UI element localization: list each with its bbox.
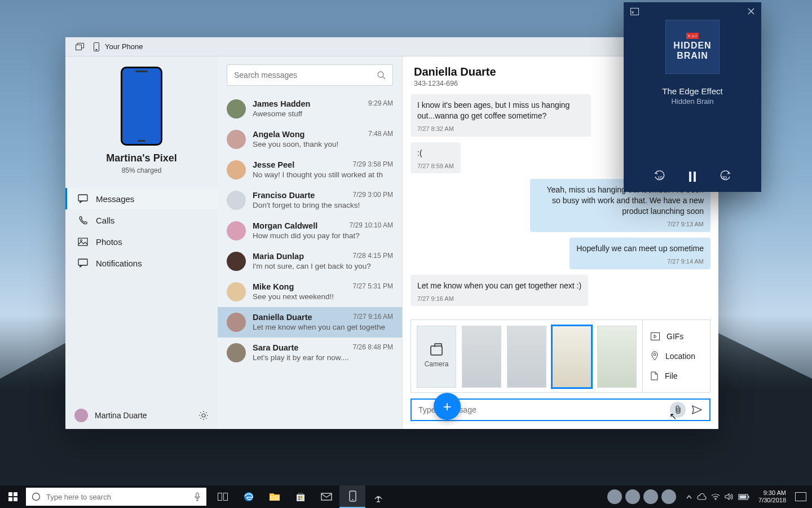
tray-chevron-icon[interactable] (686, 495, 692, 499)
conv-name: Jesse Peel (253, 160, 348, 169)
wifi-icon[interactable] (711, 493, 720, 500)
taskbar-search[interactable] (26, 488, 206, 506)
mic-icon[interactable] (194, 492, 201, 501)
conv-name: Daniella Duarte (253, 313, 348, 322)
user-avatar[interactable] (74, 409, 88, 422)
track-artist: Hidden Brain (671, 97, 713, 106)
close-icon[interactable] (748, 8, 754, 15)
taskbar-search-input[interactable] (46, 493, 188, 501)
media-controls: 10 30 (654, 170, 731, 183)
conv-name: Morgan Caldwell (253, 221, 345, 230)
attach-panel: Camera GIFs Location (411, 319, 710, 393)
album-art: n p r HIDDEN BRAIN (665, 20, 720, 74)
svg-point-6 (378, 72, 383, 77)
your-phone-taskbar-icon[interactable] (339, 485, 365, 508)
taskbar-pinned (210, 485, 391, 508)
conversation-item[interactable]: Maria Dunlap7/28 4:15 PMI'm not sure, ca… (218, 246, 402, 277)
conv-time: 7/29 10:10 AM (350, 221, 393, 230)
nav-photos[interactable]: Photos (65, 231, 218, 252)
settings-icon[interactable] (198, 410, 209, 421)
conversation-item[interactable]: Daniella Duarte7/27 9:16 AMLet me know w… (218, 307, 402, 338)
conversation-item[interactable]: Mike Kong7/27 5:31 PMSee you next weeken… (218, 277, 402, 307)
conv-preview: See you next weekend!! (253, 292, 393, 301)
conv-preview: See you soon, thank you! (253, 140, 393, 148)
conversation-list[interactable]: James Hadden9:29 AMAwesome stuffAngela W… (218, 94, 402, 429)
cascade-windows-icon[interactable] (71, 38, 88, 55)
conversation-item[interactable]: Angela Wong7:48 AMSee you soon, thank yo… (218, 124, 402, 155)
start-button[interactable] (0, 492, 26, 501)
conv-preview: Let me know when you can get togethe (253, 323, 393, 331)
conversation-item[interactable]: Jesse Peel7/29 3:58 PMNo way! I thought … (218, 155, 402, 185)
brand-badge: n p r (686, 33, 699, 39)
conv-name: James Hadden (253, 99, 364, 108)
avatar (227, 313, 246, 332)
conversation-item[interactable]: Morgan Caldwell7/29 10:10 AMHow much did… (218, 216, 402, 246)
battery-icon[interactable] (738, 494, 749, 500)
action-center-icon[interactable] (795, 492, 806, 501)
svg-point-3 (81, 239, 82, 241)
message-body: Hopefully we can meet up sometime (576, 243, 704, 254)
notifications-icon (78, 258, 88, 268)
photo-picker[interactable]: Camera (411, 320, 642, 392)
svg-rect-20 (298, 496, 300, 498)
store-icon[interactable] (288, 485, 314, 508)
photo-thumb-selected[interactable] (552, 326, 592, 388)
photo-thumb[interactable] (462, 326, 501, 388)
svg-rect-21 (301, 496, 302, 498)
avatar (227, 343, 246, 362)
message-outgoing: Hopefully we can meet up sometime7/27 9:… (570, 238, 710, 269)
message-body: Let me know when you can get together ne… (417, 281, 581, 291)
system-tray: 9:30 AM 7/30/2018 (607, 489, 812, 504)
task-view-icon[interactable] (210, 485, 236, 508)
skip-forward-icon[interactable]: 30 (719, 170, 731, 183)
conversation-item[interactable]: Franciso Duarte7/29 3:00 PMDon't forget … (218, 185, 402, 216)
conv-time: 7/29 3:58 PM (353, 160, 393, 169)
attach-file[interactable]: File (643, 366, 710, 386)
attach-location[interactable]: Location (643, 346, 710, 366)
message-body: I know it's been ages, but I miss us han… (417, 100, 584, 121)
window-body: Martina's Pixel 85% charged Messages Cal… (65, 56, 718, 429)
conversation-item[interactable]: Sara Duarte7/26 8:48 PMLet's play it by … (218, 338, 402, 368)
search-messages[interactable] (227, 64, 393, 86)
message-incoming: Let me know when you can get together ne… (411, 275, 588, 306)
file-explorer-icon[interactable] (262, 485, 288, 508)
svg-rect-23 (301, 498, 302, 500)
message-timestamp: 7/27 9:13 AM (537, 220, 704, 229)
conv-time: 9:29 AM (368, 99, 393, 108)
broadcast-icon[interactable] (365, 485, 391, 508)
nav-notifications[interactable]: Notifications (65, 252, 218, 274)
expand-icon[interactable] (630, 8, 639, 15)
conv-time: 7/28 4:15 PM (353, 252, 393, 261)
photo-thumb[interactable] (597, 326, 637, 388)
camera-tile[interactable]: Camera (417, 326, 456, 388)
art-line2: BRAIN (677, 51, 708, 61)
edge-icon[interactable] (236, 485, 262, 508)
conversation-item[interactable]: James Hadden9:29 AMAwesome stuff (218, 94, 402, 124)
photos-icon (78, 237, 88, 247)
new-conversation-fab[interactable]: + (434, 393, 461, 420)
avatar (227, 160, 246, 179)
avatar (227, 282, 246, 301)
send-button[interactable] (689, 405, 705, 414)
svg-rect-4 (78, 259, 87, 265)
device-card: Martina's Pixel 85% charged (65, 56, 218, 180)
nav-messages[interactable]: Messages (65, 188, 218, 209)
attach-gifs[interactable]: GIFs (643, 327, 710, 346)
track-title: The Edge Effect (662, 86, 722, 96)
photo-thumb[interactable] (507, 326, 546, 388)
skip-back-icon[interactable]: 10 (654, 170, 666, 183)
search-input[interactable] (234, 71, 371, 80)
window-title: Your Phone (105, 42, 143, 51)
nav: Messages Calls Photos Notifications (65, 188, 218, 274)
nav-calls[interactable]: Calls (65, 209, 218, 231)
mail-icon[interactable] (314, 485, 339, 508)
people-bar[interactable] (607, 489, 676, 504)
message-timestamp: 7/27 8:32 AM (417, 125, 584, 133)
volume-icon[interactable] (725, 493, 734, 501)
pause-icon[interactable] (689, 171, 696, 182)
taskbar-clock[interactable]: 9:30 AM 7/30/2018 (758, 489, 786, 504)
nav-label: Calls (96, 216, 114, 225)
attach-button[interactable] (670, 402, 686, 418)
conv-preview: No way! I thought you still worked at th (253, 170, 393, 179)
cloud-icon[interactable] (696, 493, 707, 500)
